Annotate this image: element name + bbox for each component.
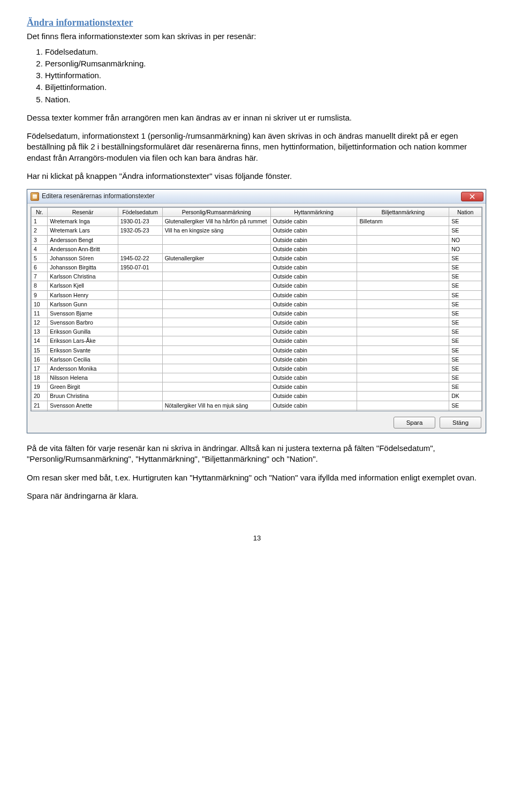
- table-cell[interactable]: Karlsson Kjell: [48, 281, 118, 290]
- table-cell[interactable]: [357, 327, 449, 336]
- table-cell[interactable]: SE: [449, 327, 482, 336]
- data-grid[interactable]: Nr. Resenär Födelsedatum Personlig/Rumsa…: [31, 207, 482, 411]
- table-cell[interactable]: 5: [32, 253, 48, 262]
- table-cell[interactable]: Outside cabin: [270, 281, 357, 290]
- table-cell[interactable]: Outside cabin: [270, 244, 357, 253]
- table-cell[interactable]: 21: [32, 401, 48, 410]
- table-cell[interactable]: [357, 345, 449, 355]
- table-cell[interactable]: [118, 281, 162, 290]
- table-cell[interactable]: SE: [449, 217, 482, 226]
- table-row[interactable]: 5Johansson Sören1945-02-22Glutenallergik…: [32, 253, 482, 262]
- table-cell[interactable]: [118, 336, 162, 345]
- table-cell[interactable]: Svensson Barbro: [48, 318, 118, 327]
- table-cell[interactable]: [162, 272, 270, 281]
- table-row[interactable]: 2Wretemark Lars1932-05-23Vill ha en king…: [32, 226, 482, 235]
- table-cell[interactable]: Vill ha en kingsize säng: [162, 226, 270, 235]
- table-cell[interactable]: [162, 336, 270, 345]
- table-cell[interactable]: Andersson Bengt: [48, 235, 118, 244]
- close-button[interactable]: [461, 192, 483, 201]
- column-header-biljett[interactable]: Biljettanmärkning: [357, 208, 449, 217]
- column-header-hytt[interactable]: Hyttanmärkning: [270, 208, 357, 217]
- table-cell[interactable]: [357, 364, 449, 373]
- table-row[interactable]: 1Wretemark Inga1930-01-23Glutenallergike…: [32, 217, 482, 226]
- table-row[interactable]: 10Karlsson GunnOutside cabinSE: [32, 299, 482, 309]
- table-cell[interactable]: [357, 235, 449, 244]
- table-cell[interactable]: 1975-12-31: [118, 410, 162, 411]
- table-cell[interactable]: [357, 355, 449, 364]
- table-cell[interactable]: SE: [449, 253, 482, 262]
- table-cell[interactable]: Billetanm: [357, 217, 449, 226]
- table-cell[interactable]: 1930-01-23: [118, 217, 162, 226]
- table-cell[interactable]: 7: [32, 272, 48, 281]
- table-cell[interactable]: 16: [32, 355, 48, 364]
- table-cell[interactable]: Outside cabin: [270, 263, 357, 272]
- table-cell[interactable]: [162, 364, 270, 373]
- table-cell[interactable]: [162, 263, 270, 272]
- table-cell[interactable]: Eriksson Lars-Åke: [48, 336, 118, 345]
- table-cell[interactable]: 1945-02-22: [118, 253, 162, 262]
- table-cell[interactable]: 12: [32, 318, 48, 327]
- table-cell[interactable]: [162, 327, 270, 336]
- table-cell[interactable]: Outside cabin: [270, 364, 357, 373]
- table-cell[interactable]: Outside cabin: [270, 299, 357, 309]
- table-cell[interactable]: Billettanmärkning: [357, 410, 449, 411]
- table-cell[interactable]: Bruun Christina: [48, 392, 118, 401]
- table-cell[interactable]: [118, 318, 162, 327]
- table-row[interactable]: 17Andersson MonikaOutside cabinSE: [32, 364, 482, 373]
- table-cell[interactable]: [357, 336, 449, 345]
- table-cell[interactable]: 17: [32, 364, 48, 373]
- table-cell[interactable]: 13: [32, 327, 48, 336]
- table-cell[interactable]: [162, 318, 270, 327]
- table-cell[interactable]: SE: [449, 263, 482, 272]
- table-cell[interactable]: [162, 309, 270, 318]
- table-cell[interactable]: [162, 355, 270, 364]
- table-cell[interactable]: Eriksson Svante: [48, 345, 118, 355]
- table-cell[interactable]: Karlsson Yngve: [48, 410, 118, 411]
- table-cell[interactable]: SE: [449, 226, 482, 235]
- table-cell[interactable]: Outside cabin: [270, 226, 357, 235]
- column-header-dob[interactable]: Födelsedatum: [118, 208, 162, 217]
- table-cell[interactable]: Outside cabin: [270, 382, 357, 392]
- table-cell[interactable]: 1: [32, 217, 48, 226]
- table-cell[interactable]: Outside cabin: [270, 373, 357, 382]
- table-cell[interactable]: 20: [32, 392, 48, 401]
- table-cell[interactable]: 4: [32, 244, 48, 253]
- table-cell[interactable]: [357, 226, 449, 235]
- table-cell[interactable]: 19: [32, 382, 48, 392]
- table-row[interactable]: 9Karlsson HenryOutside cabinSE: [32, 290, 482, 299]
- column-header-personal[interactable]: Personlig/Rumsanmärkning: [162, 208, 270, 217]
- table-cell[interactable]: [357, 401, 449, 410]
- table-cell[interactable]: 8: [32, 281, 48, 290]
- table-cell[interactable]: [357, 272, 449, 281]
- table-cell[interactable]: [118, 290, 162, 299]
- table-cell[interactable]: 1932-05-23: [118, 226, 162, 235]
- table-cell[interactable]: [118, 235, 162, 244]
- table-cell[interactable]: Dammallergiker Vill ha en mjuk säng: [162, 410, 270, 411]
- table-cell[interactable]: NO: [449, 235, 482, 244]
- table-cell[interactable]: [357, 290, 449, 299]
- table-cell[interactable]: Green Birgit: [48, 382, 118, 392]
- table-cell[interactable]: [357, 299, 449, 309]
- table-cell[interactable]: SE: [449, 364, 482, 373]
- table-cell[interactable]: [118, 401, 162, 410]
- table-cell[interactable]: 9: [32, 290, 48, 299]
- table-cell[interactable]: [162, 281, 270, 290]
- table-cell[interactable]: Svensson Anette: [48, 401, 118, 410]
- table-cell[interactable]: Nilsson Helena: [48, 373, 118, 382]
- table-cell[interactable]: 1950-07-01: [118, 263, 162, 272]
- table-row[interactable]: 11Svensson BjarneOutside cabinSE: [32, 309, 482, 318]
- table-cell[interactable]: [357, 309, 449, 318]
- table-cell[interactable]: Outside cabin: [270, 401, 357, 410]
- table-cell[interactable]: Outside cabin: [270, 235, 357, 244]
- table-cell[interactable]: [118, 364, 162, 373]
- table-cell[interactable]: [118, 345, 162, 355]
- table-cell[interactable]: 18: [32, 373, 48, 382]
- table-row[interactable]: 12Svensson BarbroOutside cabinSE: [32, 318, 482, 327]
- column-header-resenar[interactable]: Resenär: [48, 208, 118, 217]
- table-cell[interactable]: Johansson Birgitta: [48, 263, 118, 272]
- table-row[interactable]: 20Bruun ChristinaOutside cabinDK: [32, 392, 482, 401]
- close-dialog-button[interactable]: Stäng: [440, 417, 481, 428]
- table-cell[interactable]: Eriksson Gunilla: [48, 327, 118, 336]
- table-cell[interactable]: Outside cabin: [270, 392, 357, 401]
- table-row[interactable]: 4Andersson Ann-BrittOutside cabinNO: [32, 244, 482, 253]
